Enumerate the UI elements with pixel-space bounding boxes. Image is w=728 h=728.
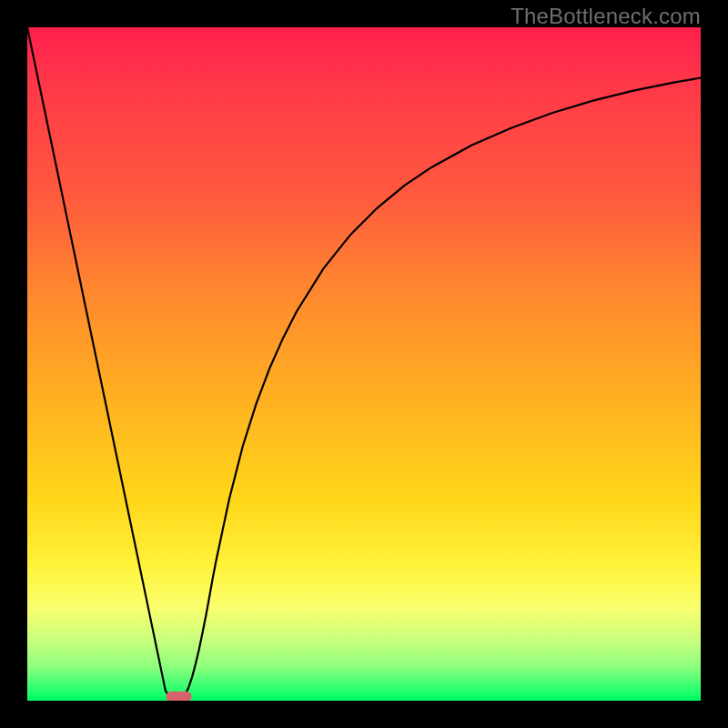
solid-bands — [27, 697, 701, 701]
curve-layer — [27, 27, 701, 701]
plot-area — [27, 27, 701, 701]
watermark-text: TheBottleneck.com — [511, 4, 701, 29]
optimum-marker — [166, 692, 191, 701]
chart-frame: TheBottleneck.com — [0, 0, 728, 728]
marker-layer — [166, 692, 191, 701]
solid-band — [27, 697, 701, 701]
bottleneck-curve-path — [27, 27, 701, 701]
